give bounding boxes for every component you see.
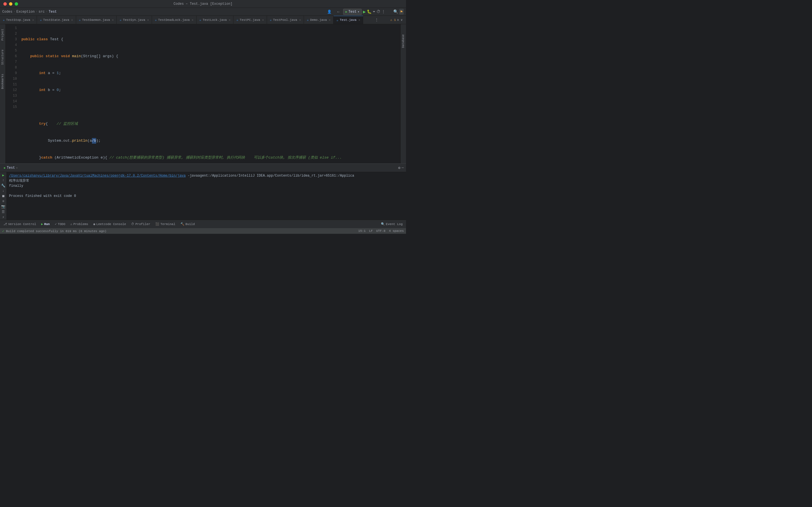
tab-demo[interactable]: ☕ Demo.java ✕ [304, 16, 334, 24]
run-tool-stop[interactable]: ⏹ [1, 194, 6, 198]
tab-testdeadlock[interactable]: ☕ TestDeadLock.java ✕ [152, 16, 197, 24]
profiler-button[interactable]: ⏱ [376, 10, 380, 14]
code-line-4: int b = 0; [21, 87, 398, 93]
bottom-tab-todo[interactable]: ✓ TODO [52, 221, 67, 227]
code-editor[interactable]: public class Test { public static void m… [19, 24, 400, 163]
tab-testdaemon[interactable]: ☕ TestDaemon.java ✕ [76, 16, 117, 24]
run-tab-close[interactable]: ✕ [16, 166, 18, 170]
java-icon: ☕ [40, 18, 42, 22]
tab-close-icon[interactable]: ✕ [329, 18, 331, 22]
maximize-button[interactable] [15, 2, 18, 6]
tab-close-icon[interactable]: ✕ [112, 18, 114, 22]
code-line-2: public static void main(String[] args) { [21, 54, 398, 59]
run-output-line4: Process finished with exit code 0 [9, 193, 404, 199]
settings-icon[interactable]: ⚙ [398, 166, 400, 170]
java-icon: ☕ [236, 18, 238, 22]
close-panel-icon[interactable]: — [402, 166, 404, 170]
cursor-position[interactable]: 15:1 [358, 229, 366, 233]
run-tool-wrench[interactable]: 🔧 [1, 184, 6, 188]
bookmarks-label[interactable]: Bookmarks [1, 72, 5, 91]
breadcrumb-src[interactable]: src [39, 10, 45, 14]
run-tool-screenshot[interactable]: 📷 [1, 205, 6, 209]
bottom-tab-build[interactable]: 🔨 Build [178, 221, 197, 227]
line-num-11: 11 [6, 82, 17, 87]
project-label[interactable]: Project [1, 27, 5, 42]
run-tool-up[interactable]: ↑ [1, 179, 6, 182]
breadcrumb-test[interactable]: Test [49, 10, 57, 14]
run-output: /Users/caishanyu/Library/Java/JavaVirtua… [7, 172, 406, 220]
breadcrumb-sep-3: › [46, 10, 47, 13]
tab-label: TestState.java [43, 18, 69, 22]
bottom-tab-run[interactable]: ▶ Run [39, 221, 52, 227]
bottom-tab-label-leetcode: Leetcode Console [96, 223, 126, 226]
run-output-path-line: /Users/caishanyu/Library/Java/JavaVirtua… [9, 173, 404, 178]
bottom-tab-label-terminal: Terminal [160, 223, 175, 226]
run-tool-lines[interactable]: ☰ [1, 210, 6, 214]
tab-testlock[interactable]: ☕ TestLock.java ✕ [197, 16, 234, 24]
code-line-5 [21, 104, 398, 110]
run-tool-filter[interactable]: ⚡ [1, 215, 6, 219]
run-config[interactable]: ▶ Test ▾ [343, 9, 362, 15]
coverage-button[interactable]: ☂ [373, 9, 375, 14]
window-controls[interactable] [3, 2, 18, 6]
tab-testsyn[interactable]: ☕ TestSyn.java ✕ [117, 16, 152, 24]
tab-close-icon[interactable]: ✕ [192, 18, 193, 22]
java-icon: ☕ [336, 18, 338, 22]
run-output-text2: finally [9, 184, 23, 188]
tab-label: TestSyn.java [123, 18, 145, 22]
tab-close-icon[interactable]: ✕ [262, 18, 264, 22]
tabs-bar: ☕ TestStop.java ✕ ☕ TestState.java ✕ ☕ T… [0, 16, 406, 24]
database-label[interactable]: Database [401, 33, 405, 50]
minimize-button[interactable] [9, 2, 12, 6]
tab-testpc[interactable]: ☕ TestPC.java ✕ [234, 16, 267, 24]
line-num-8: ▾ 8 [6, 65, 17, 70]
bottom-tab-version-control[interactable]: ⎇ Version Control [1, 221, 38, 227]
notification-button[interactable]: ⚑ [399, 9, 404, 15]
bottom-tab-leetcode[interactable]: ◉ Leetcode Console [91, 221, 128, 227]
search-button[interactable]: 🔍 [393, 9, 398, 14]
run-panel-header: ▶ Test ✕ ⚙ — [0, 164, 406, 172]
more-run-button[interactable]: ⋮ [382, 9, 386, 14]
breadcrumb-exception[interactable]: Exception [16, 10, 35, 14]
tab-teststop[interactable]: ☕ TestStop.java ✕ [0, 16, 37, 24]
tab-test[interactable]: ☕ Test.java ✕ [334, 16, 363, 24]
tab-close-icon[interactable]: ✕ [229, 18, 231, 22]
run-panel-content: ▶ ↑ 🔧 ↓ ⏹ ≡ 📷 ☰ ⚡ 🗑 /Users/caishanyu/Lib… [0, 172, 406, 220]
indent-spaces[interactable]: 4 spaces [389, 229, 404, 233]
tab-close-icon[interactable]: ✕ [147, 18, 149, 22]
nav-arrows[interactable]: ∧ ∨ [397, 18, 403, 22]
run-button[interactable]: ▶ [363, 9, 366, 15]
run-tab-test[interactable]: ▶ Test ✕ [2, 165, 19, 171]
close-button[interactable] [3, 2, 7, 6]
bottom-tab-profiler[interactable]: ⏱ Profiler [129, 221, 153, 227]
tab-teststate[interactable]: ☕ TestState.java ✕ [37, 16, 76, 24]
breadcrumb-codes[interactable]: Codes [2, 10, 12, 14]
line-ending[interactable]: LF [369, 229, 373, 233]
bottom-tab-event-log[interactable]: 🔍 Event Log [378, 221, 405, 227]
tab-testpool[interactable]: ☕ TestPool.java ✕ [267, 16, 304, 24]
run-tool-down[interactable]: ↓ [1, 189, 6, 193]
tab-label: Demo.java [310, 18, 327, 22]
run-tool-play[interactable]: ▶ [1, 173, 6, 177]
tab-close-icon[interactable]: ✕ [358, 18, 360, 22]
run-path-link[interactable]: /Users/caishanyu/Library/Java/JavaVirtua… [9, 174, 186, 178]
line-num-5: 5 [6, 48, 17, 54]
structure-label[interactable]: Structure [1, 48, 5, 66]
tab-close-icon[interactable]: ✕ [71, 18, 73, 22]
code-line-3: int a = 1; [21, 70, 398, 76]
terminal-icon: ⬛ [155, 222, 159, 226]
encoding[interactable]: UTF-8 [376, 229, 386, 233]
run-output-line2: finally [9, 183, 404, 188]
breadcrumb-bar: Codes › Exception › src › Test 👤 ← ▶ Tes… [0, 8, 406, 16]
bottom-tab-label-vc: Version Control [8, 223, 36, 226]
tab-close-icon[interactable]: ✕ [32, 18, 34, 22]
debug-button[interactable]: 🐛 [367, 9, 371, 14]
run-tool-list[interactable]: ≡ [1, 200, 6, 203]
tabs-more-button[interactable]: ⋮ [373, 18, 380, 22]
bottom-tab-problems[interactable]: ⚠ Problems [68, 221, 91, 227]
nav-back-button[interactable]: ← [335, 8, 342, 15]
profile-button[interactable]: 👤 [325, 8, 334, 15]
tab-close-icon[interactable]: ✕ [299, 18, 301, 22]
build-message: Build completed successfully in 619 ms (… [6, 230, 106, 233]
bottom-tab-terminal[interactable]: ⬛ Terminal [153, 221, 177, 227]
